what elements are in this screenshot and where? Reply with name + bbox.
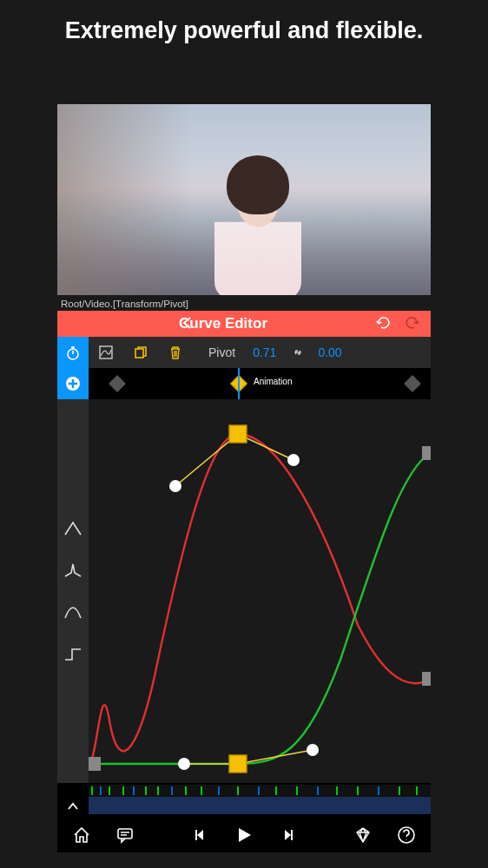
home-button[interactable] bbox=[66, 819, 97, 851]
stopwatch-button[interactable] bbox=[57, 337, 89, 368]
back-button[interactable] bbox=[179, 314, 196, 335]
undo-button[interactable] bbox=[368, 313, 398, 334]
breadcrumb: Root/Video.[Transform/Pivot] bbox=[57, 295, 431, 311]
svg-rect-26 bbox=[118, 829, 132, 838]
timeline-marks bbox=[89, 785, 431, 797]
bottom-bar bbox=[57, 818, 431, 852]
curve-graph[interactable] bbox=[89, 399, 431, 783]
preset-linear-in-out[interactable] bbox=[57, 516, 89, 541]
handle-line[interactable] bbox=[175, 434, 238, 486]
link-icon[interactable] bbox=[285, 337, 311, 368]
keyframe-marker[interactable] bbox=[404, 375, 421, 392]
handle-point[interactable] bbox=[178, 758, 190, 770]
handle-point[interactable] bbox=[287, 454, 300, 466]
timeline-ruler[interactable] bbox=[89, 797, 431, 814]
svg-rect-28 bbox=[291, 830, 293, 840]
param-label: Pivot bbox=[193, 337, 244, 368]
preset-step[interactable] bbox=[57, 641, 89, 666]
preset-bell[interactable] bbox=[57, 600, 89, 624]
title-text: Curve Editor bbox=[57, 315, 368, 332]
handle-point[interactable] bbox=[169, 480, 181, 492]
keyframe-marker[interactable] bbox=[109, 375, 126, 392]
marketing-tagline: Extremely powerful and flexible. bbox=[0, 0, 488, 56]
curve-presets bbox=[57, 399, 89, 783]
keyframe-label: Animation bbox=[254, 377, 292, 386]
anchor-yellow[interactable] bbox=[229, 755, 247, 773]
copy-button[interactable] bbox=[123, 337, 158, 368]
handle-point[interactable] bbox=[307, 744, 319, 756]
curve-green[interactable] bbox=[89, 453, 431, 764]
redo-button[interactable] bbox=[398, 313, 427, 334]
frame-forward-button[interactable] bbox=[272, 819, 303, 851]
play-button[interactable] bbox=[228, 819, 260, 851]
video-preview[interactable] bbox=[57, 104, 431, 295]
param-value-2[interactable]: 0.00 bbox=[311, 337, 346, 368]
comment-button[interactable] bbox=[109, 819, 141, 851]
curve-red[interactable] bbox=[89, 434, 431, 764]
keyframe-strip[interactable]: Animation bbox=[89, 368, 431, 399]
svg-rect-27 bbox=[195, 830, 197, 840]
anchor-gray[interactable] bbox=[422, 672, 431, 686]
app-window: Root/Video.[Transform/Pivot] Curve Edito… bbox=[57, 104, 431, 816]
anchor-gray[interactable] bbox=[422, 446, 431, 460]
canvas-area[interactable]: Animation bbox=[89, 368, 431, 783]
anchor-yellow[interactable] bbox=[229, 425, 247, 443]
toolbar: Pivot 0.71 0.00 bbox=[57, 337, 431, 368]
editor-body: Animation bbox=[57, 368, 431, 783]
help-button[interactable] bbox=[391, 819, 422, 851]
preview-subject bbox=[214, 169, 301, 295]
frame-back-button[interactable] bbox=[185, 819, 216, 851]
diamond-button[interactable] bbox=[347, 819, 379, 851]
svg-rect-2 bbox=[135, 349, 143, 358]
trash-button[interactable] bbox=[158, 337, 193, 368]
add-keyframe-button[interactable] bbox=[57, 368, 89, 399]
preset-spike[interactable] bbox=[57, 558, 89, 582]
left-column bbox=[57, 368, 89, 783]
graph-mode-button[interactable] bbox=[89, 337, 123, 368]
handle-line[interactable] bbox=[238, 750, 313, 764]
anchor-gray[interactable] bbox=[89, 757, 101, 771]
title-bar: Curve Editor bbox=[57, 311, 431, 337]
param-value-1[interactable]: 0.71 bbox=[244, 337, 285, 368]
